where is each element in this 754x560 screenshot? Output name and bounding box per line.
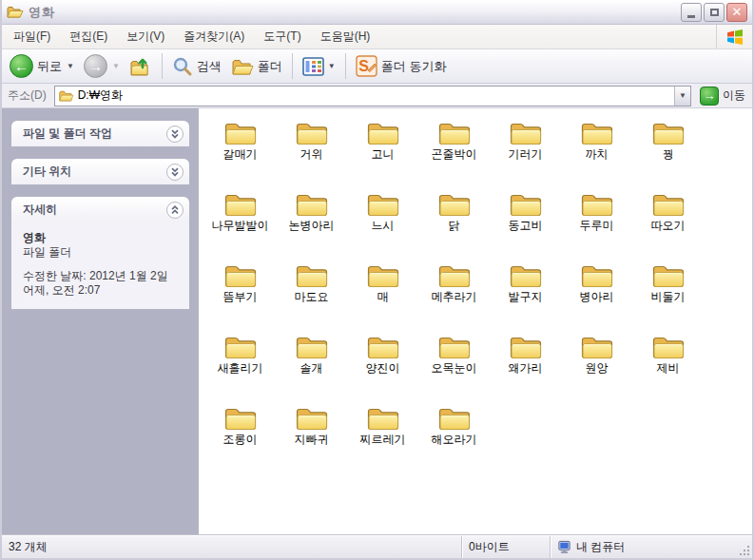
folder-label: 나무발발이 bbox=[212, 220, 269, 232]
folder-item[interactable]: 느시 bbox=[347, 184, 418, 256]
folder-label: 병아리 bbox=[580, 291, 614, 303]
forward-icon: → bbox=[84, 54, 107, 78]
go-button[interactable]: → 이동 bbox=[696, 87, 749, 106]
folder-label: 발구지 bbox=[509, 291, 543, 303]
panel-header-other-places[interactable]: 기타 위치 bbox=[11, 159, 189, 184]
search-button[interactable]: 검색 bbox=[168, 54, 225, 79]
folder-item[interactable]: 갈매기 bbox=[204, 113, 276, 184]
folder-icon bbox=[509, 261, 543, 289]
folder-item[interactable]: 고니 bbox=[347, 113, 418, 184]
folder-item[interactable]: 마도요 bbox=[276, 256, 347, 327]
folder-item[interactable]: 동고비 bbox=[490, 184, 561, 256]
chevron-up-icon[interactable] bbox=[166, 202, 184, 219]
panel-header-details[interactable]: 자세히 bbox=[11, 197, 189, 222]
folder-item[interactable]: 찌르레기 bbox=[347, 398, 418, 470]
folder-item[interactable]: 제비 bbox=[632, 327, 704, 398]
folder-item[interactable]: 매 bbox=[347, 256, 418, 327]
chevron-down-icon[interactable] bbox=[166, 164, 184, 181]
folder-label: 메추라기 bbox=[432, 291, 477, 303]
folder-item[interactable]: 새홀리기 bbox=[204, 327, 276, 398]
views-button[interactable]: ▼ bbox=[299, 55, 339, 78]
back-label: 뒤로 bbox=[37, 58, 62, 75]
file-list-area[interactable]: 갈매기 거위 bbox=[199, 108, 752, 535]
folder-item[interactable]: 기러기 bbox=[490, 113, 561, 184]
search-icon bbox=[172, 56, 193, 77]
folder-item[interactable]: 메추라기 bbox=[418, 256, 490, 327]
folder-icon bbox=[580, 189, 614, 218]
folder-item[interactable]: 왜가리 bbox=[490, 327, 561, 398]
folder-item[interactable]: 해오라기 bbox=[418, 398, 490, 470]
chevron-down-icon[interactable] bbox=[166, 126, 184, 143]
folder-label: 논병아리 bbox=[289, 220, 335, 232]
back-dropdown-icon[interactable]: ▼ bbox=[67, 62, 74, 70]
folder-icon bbox=[366, 189, 400, 218]
panel-other-places: 기타 위치 bbox=[11, 159, 189, 184]
folder-item[interactable]: 원앙 bbox=[561, 327, 632, 398]
folder-label: 따오기 bbox=[651, 220, 686, 232]
folder-item[interactable]: 오목눈이 bbox=[418, 327, 490, 398]
folder-label: 새홀리기 bbox=[218, 362, 263, 375]
folder-icon bbox=[651, 118, 686, 146]
menu-item[interactable]: 도움말(H) bbox=[311, 25, 380, 48]
folder-item[interactable]: 솔개 bbox=[276, 327, 347, 398]
go-icon: → bbox=[700, 87, 719, 106]
folder-item[interactable]: 꿩 bbox=[632, 113, 704, 184]
maximize-button[interactable] bbox=[704, 3, 725, 22]
folder-item[interactable]: 비둘기 bbox=[632, 256, 704, 327]
folder-label: 원앙 bbox=[586, 362, 609, 375]
folder-label: 조롱이 bbox=[223, 434, 258, 446]
details-modified-line2: 어제, 오전 2:07 bbox=[23, 283, 178, 298]
panel-header-file-folder-tasks[interactable]: 파일 및 폴더 작업 bbox=[11, 121, 189, 146]
folder-item[interactable]: 닭 bbox=[418, 184, 490, 256]
title-bar[interactable]: 영화 ✕ bbox=[2, 0, 752, 25]
address-input[interactable]: D:₩영화 ▼ bbox=[54, 86, 691, 106]
folder-item[interactable]: 까치 bbox=[561, 113, 632, 184]
sync-label: 폴더 동기화 bbox=[381, 58, 447, 75]
toolbar-separator bbox=[162, 53, 163, 79]
menu-item[interactable]: 보기(V) bbox=[117, 25, 174, 48]
go-label: 이동 bbox=[723, 87, 745, 104]
folder-item[interactable]: 조롱이 bbox=[204, 398, 276, 470]
folder-item[interactable]: 나무발발이 bbox=[204, 184, 276, 256]
folder-icon bbox=[223, 261, 258, 289]
folder-item[interactable]: 곤줄박이 bbox=[418, 113, 490, 184]
views-icon bbox=[302, 57, 324, 76]
minimize-button[interactable] bbox=[681, 3, 702, 22]
folder-item[interactable]: 지빠귀 bbox=[276, 398, 347, 470]
toolbar-separator bbox=[345, 53, 346, 79]
task-pane-sidebar: 파일 및 폴더 작업 기타 위치 자세히 bbox=[2, 108, 199, 535]
folder-label: 거위 bbox=[300, 148, 323, 161]
address-dropdown-button[interactable]: ▼ bbox=[674, 87, 690, 106]
folder-sync-button[interactable]: S 폴더 동기화 bbox=[352, 53, 451, 79]
folder-item[interactable]: 뜸부기 bbox=[204, 256, 276, 327]
address-path[interactable]: D:₩영화 bbox=[78, 87, 674, 104]
folder-item[interactable]: 두루미 bbox=[561, 184, 632, 256]
forward-button[interactable]: → ▼ bbox=[80, 52, 124, 80]
back-button[interactable]: ← 뒤로 ▼ bbox=[6, 52, 78, 80]
folder-item[interactable]: 논병아리 bbox=[276, 184, 347, 256]
menu-item[interactable]: 편집(E) bbox=[60, 25, 117, 48]
folder-icon bbox=[437, 189, 472, 218]
folder-label: 매 bbox=[377, 291, 389, 303]
menu-item[interactable]: 도구(T) bbox=[254, 25, 310, 48]
menu-item[interactable]: 파일(F) bbox=[4, 25, 60, 48]
folder-icon bbox=[223, 189, 258, 218]
folder-item[interactable]: 양진이 bbox=[347, 327, 418, 398]
folder-label: 찌르레기 bbox=[360, 434, 406, 446]
folder-item[interactable]: 병아리 bbox=[561, 256, 632, 327]
folder-item[interactable]: 발구지 bbox=[490, 256, 561, 327]
up-button[interactable] bbox=[126, 53, 156, 80]
folder-item[interactable]: 거위 bbox=[276, 113, 347, 184]
folder-label: 꿩 bbox=[663, 148, 674, 161]
folders-button[interactable]: 폴더 bbox=[227, 54, 286, 79]
folder-grid: 갈매기 거위 bbox=[204, 113, 752, 470]
close-button[interactable]: ✕ bbox=[726, 3, 747, 22]
views-dropdown-icon[interactable]: ▼ bbox=[328, 62, 336, 70]
address-label: 주소(D) bbox=[5, 87, 49, 104]
resize-grip[interactable] bbox=[737, 536, 752, 558]
folder-label: 제비 bbox=[657, 362, 680, 375]
menu-item[interactable]: 즐겨찾기(A) bbox=[174, 25, 254, 48]
status-object-count: 32 개체 bbox=[2, 536, 461, 558]
my-computer-icon bbox=[557, 540, 571, 554]
folder-item[interactable]: 따오기 bbox=[632, 184, 704, 256]
